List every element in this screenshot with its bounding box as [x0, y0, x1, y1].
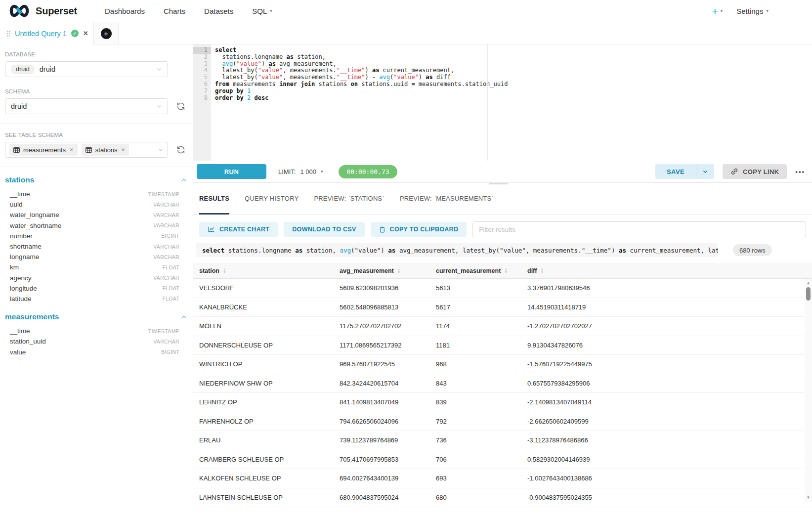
column-name: __time [10, 190, 30, 198]
download-to-csv-button[interactable]: DOWNLOAD TO CSV [284, 222, 364, 237]
sort-icon: ▲▼ [504, 268, 508, 273]
database-tag: druid [11, 65, 35, 74]
column-row: valueBIGINT [5, 346, 188, 357]
column-row: shortnameVARCHAR [5, 241, 188, 252]
table-cell: 794.6626506024096 [334, 418, 430, 425]
table-row: WINTRICH OP969.576071922545968-1.5760719… [193, 355, 812, 374]
column-type: TIMESTAMP [148, 328, 179, 334]
schema-sections: stations__timeTIMESTAMPuuidVARCHARwater_… [5, 175, 188, 357]
sql-editor-pane: 12345678 select stations.longname as sta… [193, 44, 812, 519]
save-dropdown-button[interactable] [696, 164, 714, 179]
table-cell: -2.662650602409599 [521, 418, 812, 425]
column-header-avg_measurement[interactable]: avg_measurement▲▼ [334, 267, 430, 274]
action-button-label: DOWNLOAD TO CSV [292, 226, 356, 233]
schema-label: SCHEMA [5, 88, 188, 94]
table-scrollbar[interactable]: ▲ ▼ [805, 279, 812, 502]
table-cell: 969.576071922545 [334, 360, 430, 368]
clipboard-icon [379, 226, 385, 233]
table-cell: 841.1409813407049 [334, 398, 430, 406]
table-chip-label: measurements [23, 146, 66, 154]
scrollbar-thumb[interactable] [806, 287, 811, 301]
table-name: measurements [5, 312, 59, 321]
column-header-station[interactable]: station▲▼ [193, 267, 334, 274]
filter-results-input[interactable] [472, 221, 806, 237]
close-tab-icon[interactable]: ✕ [83, 30, 88, 37]
column-name: value [10, 348, 26, 356]
database-select[interactable]: druid druid [5, 61, 168, 77]
nav-item-datasets[interactable]: Datasets [204, 7, 233, 15]
sql-code-editor[interactable]: 12345678 select stations.longname as sta… [193, 44, 812, 161]
column-name: latitude [10, 295, 32, 303]
settings-menu[interactable]: Settings ▾ [736, 7, 769, 15]
schema-select[interactable]: druid [5, 98, 168, 114]
results-tab-preview-measurements[interactable]: PREVIEW: `MEASUREMENTS` [400, 183, 494, 214]
copy-link-button[interactable]: COPY LINK [723, 164, 787, 179]
scroll-up-icon[interactable]: ▲ [807, 281, 811, 286]
refresh-schema-icon[interactable] [176, 102, 185, 111]
table-cell: 1174 [430, 322, 521, 330]
table-cell: -1.0027643400138686 [521, 475, 812, 482]
column-type: VARCHAR [153, 275, 179, 281]
results-actions-row: CREATE CHARTDOWNLOAD TO CSVCOPY TO CLIPB… [199, 221, 806, 237]
table-chip-stations[interactable]: stations✕ [82, 144, 129, 156]
column-header-diff[interactable]: diff▲▼ [521, 267, 812, 274]
table-cell: VELSDORF [193, 284, 334, 292]
remove-chip-icon[interactable]: ✕ [69, 147, 74, 153]
new-item-button[interactable]: + ▾ [712, 6, 723, 16]
table-chip-measurements[interactable]: measurements✕ [9, 144, 78, 156]
column-row: longnameVARCHAR [5, 252, 188, 262]
run-button[interactable]: RUN [197, 164, 266, 179]
table-cell: 693 [430, 475, 521, 482]
column-name: uuid [10, 201, 23, 208]
collapse-icon[interactable] [181, 315, 187, 319]
plus-icon: + [101, 28, 112, 39]
column-type: VARCHAR [153, 244, 179, 250]
editor-code[interactable]: select stations.longname as station, avg… [211, 44, 812, 161]
add-tab-button[interactable]: + [94, 22, 119, 44]
table-cell: -1.2702702702702027 [521, 322, 812, 330]
column-name: agency [10, 274, 32, 282]
remove-chip-icon[interactable]: ✕ [121, 147, 126, 153]
column-header-current_measurement[interactable]: current_measurement▲▼ [430, 267, 521, 274]
column-name: km [10, 263, 19, 271]
results-table-header: station▲▼avg_measurement▲▼current_measur… [193, 263, 812, 279]
query-tab[interactable]: Untitled Query 1 ✓ ✕ [0, 22, 94, 44]
column-row: numberBIGINT [5, 231, 188, 241]
table-section-measurements: measurements__timeTIMESTAMPstation_uuidV… [5, 312, 188, 357]
save-button[interactable]: SAVE [655, 164, 696, 179]
results-tab-preview-stations[interactable]: PREVIEW: `STATIONS` [314, 183, 384, 214]
column-name: water_shortname [10, 222, 61, 229]
create-chart-button[interactable]: CREATE CHART [199, 222, 278, 237]
limit-dropdown[interactable]: LIMIT: 1 000 ▾ [278, 168, 323, 175]
table-row: KALKOFEN SCHLEUSE OP694.0027643400139693… [193, 469, 812, 488]
superset-logo[interactable]: Superset [8, 3, 77, 18]
collapse-icon[interactable] [181, 178, 187, 182]
column-name: water_longname [10, 211, 59, 218]
sql-lab-app: Superset DashboardsChartsDatasetsSQL▾ + … [0, 0, 812, 519]
more-options-button[interactable]: ••• [795, 168, 805, 175]
column-name: longname [10, 253, 39, 260]
table-row: CRAMBERG SCHLEUSE OP705.4170697995853706… [193, 450, 812, 470]
refresh-tables-icon[interactable] [176, 145, 185, 154]
table-cell: 1181 [430, 342, 521, 349]
copy-to-clipboard-button[interactable]: COPY TO CLIPBOARD [371, 222, 467, 237]
line-number: 6 [193, 81, 211, 88]
column-header-label: diff [527, 267, 537, 274]
nav-item-dashboards[interactable]: Dashboards [105, 7, 145, 15]
code-line: order by 2 desc [215, 95, 812, 102]
nav-item-sql[interactable]: SQL▾ [252, 7, 272, 15]
column-row: __timeTIMESTAMP [5, 189, 188, 199]
scroll-down-icon[interactable]: ▼ [807, 495, 811, 500]
table-cell: 5609.623098201936 [334, 284, 430, 292]
column-type: FLOAT [162, 296, 179, 302]
table-cell: 705.4170697995853 [334, 456, 430, 463]
nav-items: DashboardsChartsDatasetsSQL▾ [105, 7, 272, 15]
column-name: __time [10, 327, 30, 335]
results-tab-results[interactable]: RESULTS [199, 183, 229, 214]
table-schema-select[interactable]: measurements✕stations✕ [5, 142, 168, 158]
column-name: number [10, 232, 33, 240]
results-tab-query-history[interactable]: QUERY HISTORY [245, 183, 299, 214]
nav-item-charts[interactable]: Charts [164, 7, 185, 15]
code-line: avg("value") as avg_measurement, [215, 61, 812, 68]
table-row: ERLAU739.1123789764869736-3.112378976486… [193, 431, 812, 450]
